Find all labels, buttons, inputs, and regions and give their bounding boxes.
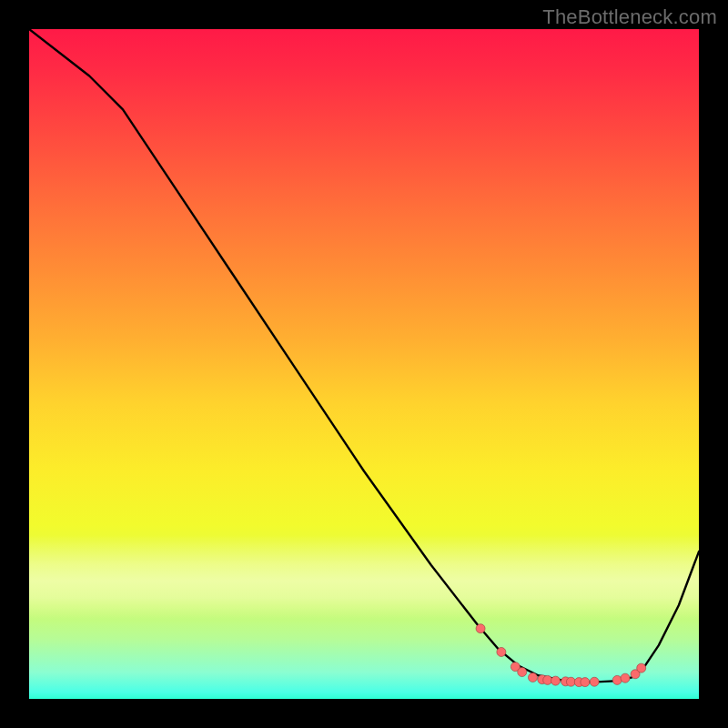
marker-group [476, 624, 646, 687]
marker-dot [476, 624, 485, 633]
marker-dot [621, 673, 630, 682]
marker-dot [518, 668, 527, 677]
marker-dot [637, 663, 646, 672]
marker-dot [543, 675, 552, 684]
watermark-text: TheBottleneck.com [542, 5, 717, 29]
marker-dot [612, 675, 622, 684]
chart-container: { "watermark": "TheBottleneck.com", "col… [0, 0, 728, 728]
curve-path [29, 29, 699, 682]
marker-dot [551, 676, 561, 685]
marker-dot [528, 672, 537, 682]
marker-dot [566, 677, 575, 686]
marker-dot [497, 647, 506, 656]
curve-layer [29, 29, 699, 699]
marker-dot [581, 678, 590, 687]
marker-dot [590, 677, 599, 686]
